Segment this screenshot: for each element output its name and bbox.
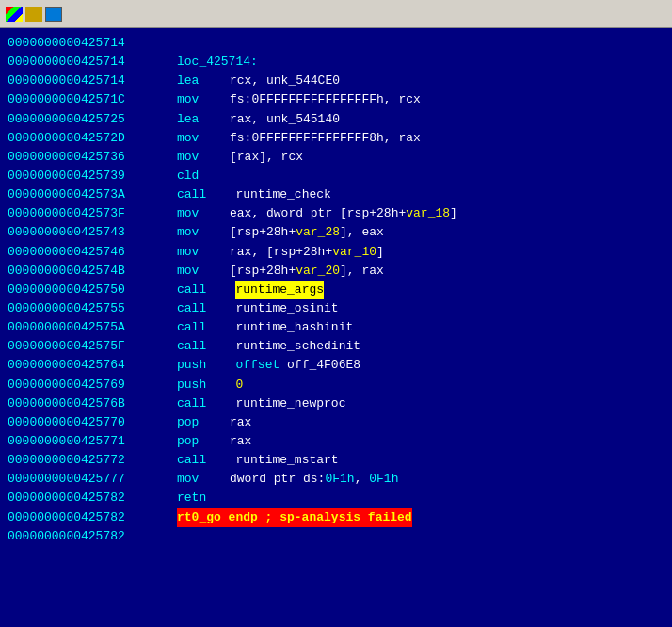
mnemonic: pop: [177, 413, 230, 432]
table-row: 0000000000425755call runtime_osinit: [8, 299, 664, 318]
table-row: 0000000000425725lea rax, unk_545140: [8, 110, 664, 129]
address: 0000000000425743: [8, 223, 177, 242]
table-row: 0000000000425739cld: [8, 167, 664, 185]
address: 0000000000425736: [8, 148, 177, 167]
operand: [rsp+28h+var_28], eax: [230, 223, 384, 242]
mnemonic: push: [177, 376, 235, 394]
table-row: 0000000000425746mov rax, [rsp+28h+var_10…: [8, 243, 664, 262]
mnemonic: push: [177, 356, 235, 375]
mnemonic: call: [177, 394, 235, 413]
table-row: 0000000000425764push offset off_4F06E8: [8, 356, 664, 375]
operand: runtime_mstart: [235, 451, 338, 470]
address: 000000000042575A: [8, 318, 177, 337]
operand: runtime_check: [235, 185, 330, 204]
address: 000000000042571C: [8, 90, 177, 109]
mnemonic: call: [177, 299, 235, 318]
mnemonic: mov: [177, 90, 230, 109]
error-label: rt0_go endp ; sp-analysis failed: [177, 508, 412, 527]
table-row: 000000000042571Cmov fs:0FFFFFFFFFFFFFFFF…: [8, 90, 664, 109]
mnemonic: cld: [177, 167, 230, 185]
table-row: 0000000000425782rt0_go endp ; sp-analysi…: [8, 508, 664, 527]
disassembly-view: 00000000004257140000000000425714loc_4257…: [0, 28, 672, 627]
address: 0000000000425772: [8, 451, 177, 470]
table-row: 000000000042575Fcall runtime_schedinit: [8, 337, 664, 356]
operand: runtime_osinit: [235, 299, 338, 318]
address: 0000000000425770: [8, 413, 177, 432]
address: 0000000000425777: [8, 470, 177, 489]
mnemonic: lea: [177, 110, 230, 129]
mnemonic: lea: [177, 72, 230, 90]
window-icon: [45, 7, 62, 22]
operand-value: off_4F06E8: [287, 356, 360, 375]
operand: dword ptr ds:: [230, 470, 325, 489]
address: 0000000000425782: [8, 527, 177, 546]
operand: runtime_schedinit: [235, 337, 360, 356]
operand: fs:0FFFFFFFFFFFFFFF8h, rax: [230, 129, 421, 148]
pencil-icon: [25, 7, 42, 22]
table-row: 0000000000425782: [8, 527, 664, 546]
mnemonic: mov: [177, 223, 230, 242]
operand: [rax], rcx: [230, 148, 303, 167]
table-row: 0000000000425736mov [rax], rcx: [8, 148, 664, 167]
mnemonic: call: [177, 281, 235, 299]
address: 000000000042572D: [8, 129, 177, 148]
operand-addr: 0F1h: [325, 470, 354, 489]
address: 0000000000425782: [8, 489, 177, 507]
address: 000000000042576B: [8, 394, 177, 413]
table-row: 000000000042575Acall runtime_hashinit: [8, 318, 664, 337]
operand-sep: ,: [355, 470, 370, 489]
operand: runtime_newproc: [235, 394, 345, 413]
mnemonic: call: [177, 337, 235, 356]
table-row: 0000000000425771pop rax: [8, 432, 664, 451]
address: 0000000000425739: [8, 167, 177, 185]
table-row: 0000000000425777mov dword ptr ds:0F1h, 0…: [8, 470, 664, 489]
mnemonic: retn: [177, 489, 235, 507]
label: loc_425714:: [177, 53, 258, 72]
address: 0000000000425771: [8, 432, 177, 451]
mnemonic: call: [177, 451, 235, 470]
mnemonic: mov: [177, 129, 230, 148]
operand: runtime_args: [235, 281, 324, 299]
operand: rax, [rsp+28h+var_10]: [230, 243, 384, 262]
address: 000000000042573A: [8, 185, 177, 204]
titlebar: [0, 0, 672, 28]
address: 0000000000425714: [8, 53, 177, 72]
table-row: 0000000000425750call runtime_args: [8, 281, 664, 299]
mnemonic: call: [177, 318, 235, 337]
address: 000000000042573F: [8, 204, 177, 223]
table-row: 000000000042573Acall runtime_check: [8, 185, 664, 204]
operand: rax, unk_545140: [230, 110, 340, 129]
color-palette-icon: [6, 7, 23, 22]
mnemonic: call: [177, 185, 235, 204]
address: 0000000000425764: [8, 356, 177, 375]
table-row: 0000000000425772call runtime_mstart: [8, 451, 664, 470]
mnemonic: mov: [177, 148, 230, 167]
table-row: 0000000000425769push 0: [8, 376, 664, 394]
table-row: 0000000000425743mov [rsp+28h+var_28], ea…: [8, 223, 664, 242]
mnemonic: mov: [177, 204, 230, 223]
table-row: 000000000042572Dmov fs:0FFFFFFFFFFFFFFF8…: [8, 129, 664, 148]
operand: 0: [235, 376, 243, 394]
operand: rax: [230, 432, 251, 451]
table-row: 0000000000425782retn: [8, 489, 664, 507]
address: 0000000000425782: [8, 508, 177, 527]
address: 0000000000425714: [8, 34, 177, 53]
address: 0000000000425750: [8, 281, 177, 299]
address: 0000000000425746: [8, 243, 177, 262]
address: 0000000000425755: [8, 299, 177, 318]
address: 000000000042574B: [8, 262, 177, 281]
operand: offset: [235, 356, 287, 375]
operand: eax, dword ptr [rsp+28h+var_18]: [230, 204, 457, 223]
mnemonic: mov: [177, 262, 230, 281]
address: 0000000000425769: [8, 376, 177, 394]
table-row: 000000000042576Bcall runtime_newproc: [8, 394, 664, 413]
mnemonic: pop: [177, 432, 230, 451]
table-row: 000000000042574Bmov [rsp+28h+var_20], ra…: [8, 262, 664, 281]
operand: fs:0FFFFFFFFFFFFFFFFh, rcx: [230, 90, 421, 109]
address: 0000000000425725: [8, 110, 177, 129]
table-row: 0000000000425714lea rcx, unk_544CE0: [8, 72, 664, 90]
address: 000000000042575F: [8, 337, 177, 356]
operand-val: 0F1h: [369, 470, 398, 489]
mnemonic: mov: [177, 470, 230, 489]
operand: runtime_hashinit: [235, 318, 353, 337]
